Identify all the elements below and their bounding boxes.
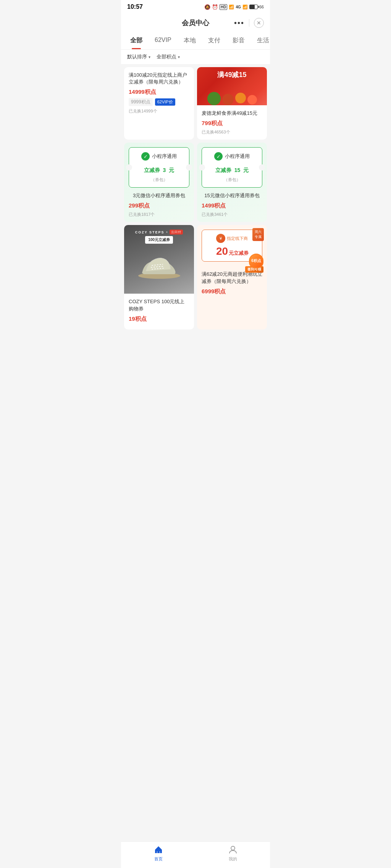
card-5[interactable]: COZY STEPS × 云闪付 100元立减券 xyxy=(124,225,194,329)
sort-arrow-icon: ▾ xyxy=(149,55,150,59)
card-6-title: 满62减20元商超便利潮玩立减券（限每周六兑换） xyxy=(202,271,262,285)
card-4-circle-left xyxy=(199,164,205,170)
card-5-title: COZY STEPS 100元线上购物券 xyxy=(129,298,189,312)
more-options-button[interactable]: ••• xyxy=(234,19,244,27)
card-3-title: 3元微信小程序通用券包 xyxy=(129,192,189,199)
card-4[interactable]: ✓ 小程序通用 立减券 15 元 （券包） 15元微信小程序通用券包 1499积… xyxy=(197,143,267,222)
card-1-vip-badge: 62VIP价 xyxy=(155,98,175,106)
nav-tabs: 全部 62VIP 本地 支付 影音 生活 美 xyxy=(121,32,270,50)
tab-local[interactable]: 本地 xyxy=(178,32,202,49)
card-3-points: 299积点 xyxy=(129,202,189,209)
card-3-circle-right xyxy=(186,164,192,170)
filter-bar: 默认排序 ▾ 全部积点 ▾ xyxy=(121,50,270,64)
page-title: 会员中心 xyxy=(182,18,209,27)
card-2-promo: 满49减15 xyxy=(197,70,267,79)
card-4-content: ✓ 小程序通用 立减券 15 元 （券包） 15元微信小程序通用券包 1499积… xyxy=(197,143,267,222)
battery-label: 66 xyxy=(259,5,264,9)
card-4-title: 15元微信小程序通用券包 xyxy=(202,192,262,199)
card-4-package-label: （券包） xyxy=(224,177,241,183)
card-6-offline-row: ¥ 指定线下商 xyxy=(216,234,248,243)
status-icons: 🔕 ⏰ HD 📶 4G 📶 66 xyxy=(204,4,264,10)
sign-in-reward: 6积点 xyxy=(249,254,263,268)
card-1-vip-points: 9999积点 xyxy=(129,98,153,106)
card-6-content: 周六 专属 ¥ 指定线下商 20 元立减券 xyxy=(197,225,267,302)
card-2-redeemed: 已兑换46563个 xyxy=(202,129,262,135)
card-4-points: 1499积点 xyxy=(202,202,262,209)
card-4-voucher: ✓ 小程序通用 立减券 15 元 （券包） xyxy=(202,147,262,188)
card-2-image: 满49减15 xyxy=(197,67,267,105)
header-actions: ••• ✕ xyxy=(234,18,264,28)
tab-pay[interactable]: 支付 xyxy=(202,32,226,49)
card-3-circle-left xyxy=(126,164,132,170)
hd-icon: HD xyxy=(220,4,227,10)
card-2-points: 799积点 xyxy=(202,120,262,127)
tab-life[interactable]: 生活 xyxy=(251,32,270,49)
card-1-points: 14999积点 xyxy=(129,88,189,96)
card-3[interactable]: ✓ 小程序通用 立减券 3 元 （券包） 3元微信小程序通用券包 299积点 已… xyxy=(124,143,194,222)
signal-4g-icon: 📶 xyxy=(229,5,234,10)
card-6-offline-label: 指定线下商 xyxy=(227,236,248,241)
card-4-amount: 立减券 15 元 xyxy=(215,163,248,175)
header-divider xyxy=(249,19,249,27)
food-decoration xyxy=(197,92,267,105)
alarm-icon: ⏰ xyxy=(212,4,218,10)
card-1-redeemed: 已兑换14999个 xyxy=(129,108,189,114)
signal2-icon: 📶 xyxy=(242,5,248,10)
points-arrow-icon: ▾ xyxy=(178,55,180,59)
card-6[interactable]: 周六 专属 ¥ 指定线下商 20 元立减券 xyxy=(197,225,267,329)
card-5-logo: COZY STEPS × 云闪付 xyxy=(135,230,183,235)
card-1-vip-row: 9999积点 62VIP价 xyxy=(129,98,189,106)
card-4-redeemed: 已兑换3461个 xyxy=(202,212,262,217)
offline-shop-icon: ¥ xyxy=(216,234,225,243)
card-5-image: COZY STEPS × 云闪付 100元立减券 xyxy=(124,225,194,294)
cloud-pay-icon: 云闪付 xyxy=(170,230,183,235)
card-3-package-label: （券包） xyxy=(151,177,168,183)
card-6-amount-row: 20 元立减券 xyxy=(215,245,249,257)
card-4-mini-label: 小程序通用 xyxy=(225,153,250,160)
card-3-redeemed: 已兑换1817个 xyxy=(129,212,189,217)
card-2-content: 麦德龙鲜食券满49减15元 799积点 已兑换46563个 xyxy=(197,105,267,140)
card-3-mini-label: 小程序通用 xyxy=(152,153,177,160)
card-1-title: 满100减20元指定线上商户立减券（限每周六兑换） xyxy=(129,72,189,85)
card-3-header: ✓ 小程序通用 xyxy=(141,152,177,161)
card-3-content: ✓ 小程序通用 立减券 3 元 （券包） 3元微信小程序通用券包 299积点 已… xyxy=(124,143,194,222)
card-4-header: ✓ 小程序通用 xyxy=(214,152,250,161)
cards-grid: 满100减20元指定线上商户立减券（限每周六兑换） 14999积点 9999积点… xyxy=(121,67,270,333)
tab-all[interactable]: 全部 xyxy=(124,32,149,49)
close-button[interactable]: ✕ xyxy=(254,18,264,28)
mute-icon: 🔕 xyxy=(204,4,210,10)
battery-icon xyxy=(249,5,258,9)
card-5-text: COZY STEPS 100元线上购物券 19积点 xyxy=(124,294,194,329)
card-1[interactable]: 满100减20元指定线上商户立减券（限每周六兑换） 14999积点 9999积点… xyxy=(124,67,194,140)
card-4-check-icon: ✓ xyxy=(214,152,223,161)
tab-media[interactable]: 影音 xyxy=(226,32,251,49)
network-4g-icon: 4G xyxy=(236,5,241,9)
status-time: 10:57 xyxy=(127,3,143,10)
card-5-points: 19积点 xyxy=(129,315,189,323)
card-4-circle-right xyxy=(259,164,265,170)
header: 会员中心 ••• ✕ xyxy=(121,14,270,32)
card-1-content: 满100减20元指定线上商户立减券（限每周六兑换） 14999积点 9999积点… xyxy=(124,67,194,119)
card-2[interactable]: 满49减15 麦德龙鲜食券满49减15元 799积点 已兑换46563个 xyxy=(197,67,267,140)
card-6-points: 6999积点 xyxy=(202,288,262,295)
saturday-stamp-badge: 周六 专属 xyxy=(252,228,264,241)
card-5-badge: 100元立减券 xyxy=(145,236,173,244)
tab-62vip[interactable]: 62VIP xyxy=(149,32,178,49)
card-3-check-icon: ✓ xyxy=(141,152,150,161)
status-bar: 10:57 🔕 ⏰ HD 📶 4G 📶 66 xyxy=(121,0,270,14)
sort-filter[interactable]: 默认排序 ▾ xyxy=(127,53,150,60)
shoe-image xyxy=(136,248,182,283)
card-3-amount: 立减券 3 元 xyxy=(144,163,174,175)
gift-bag-icon: 6积点 xyxy=(249,254,263,268)
points-filter[interactable]: 全部积点 ▾ xyxy=(157,53,180,60)
card-3-voucher: ✓ 小程序通用 立减券 3 元 （券包） xyxy=(129,147,189,188)
card-2-title: 麦德龙鲜食券满49减15元 xyxy=(202,110,262,117)
